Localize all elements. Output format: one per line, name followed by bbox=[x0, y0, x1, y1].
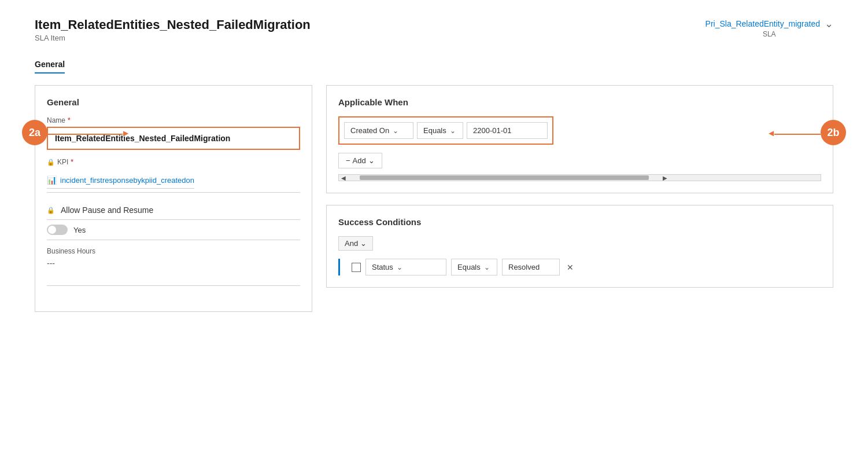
name-field-box[interactable]: Item_RelatedEntities_Nested_FailedMigrat… bbox=[47, 127, 300, 150]
left-panel: General Name* Item_RelatedEntities_Neste… bbox=[35, 85, 312, 324]
lock-icon-kpi: 🔒 bbox=[47, 159, 55, 166]
kpi-label-text: KPI bbox=[57, 158, 68, 166]
allow-pause-toggle[interactable] bbox=[47, 225, 68, 235]
condition-operator-select[interactable]: Equals ⌄ bbox=[451, 259, 497, 275]
add-button[interactable]: − Add ⌄ bbox=[338, 153, 382, 168]
kpi-link[interactable]: 📊 incident_firstresponsebykpiid_createdo… bbox=[47, 172, 194, 189]
main-content: 2a General Name* Item_RelatedEntities_Ne… bbox=[35, 85, 833, 324]
filter-operator-value: Equals bbox=[423, 126, 446, 135]
condition-operator-chevron: ⌄ bbox=[484, 263, 490, 271]
scroll-right-arrow[interactable]: ▶ bbox=[660, 175, 670, 181]
header-section: Item_RelatedEntities_Nested_FailedMigrat… bbox=[35, 17, 833, 42]
kpi-required: * bbox=[71, 158, 73, 166]
kpi-value: incident_firstresponsebykpiid_createdon bbox=[60, 176, 194, 185]
applicable-when-card: Applicable When Created On ⌄ Equals ⌄ 22… bbox=[326, 85, 833, 193]
filter-row: Created On ⌄ Equals ⌄ 2200-01-01 bbox=[338, 116, 553, 145]
sla-top-row: Pri_Sla_RelatedEntity_migrated ⌄ bbox=[706, 17, 833, 30]
sla-header-right: Pri_Sla_RelatedEntity_migrated ⌄ SLA bbox=[706, 17, 833, 38]
tabs-section: General bbox=[35, 56, 833, 74]
condition-checkbox[interactable] bbox=[352, 263, 361, 272]
tab-general[interactable]: General bbox=[35, 56, 65, 74]
toggle-switch-row: Yes bbox=[47, 220, 300, 240]
name-label: Name* bbox=[47, 116, 300, 124]
success-conditions-card: Success Conditions And ⌄ Status ⌄ Equals… bbox=[326, 205, 833, 288]
scroll-left-arrow[interactable]: ◀ bbox=[339, 175, 348, 181]
kpi-icon: 📊 bbox=[47, 175, 57, 185]
toggle-knob bbox=[48, 226, 56, 234]
kpi-field-group: 🔒 KPI* 📊 incident_firstresponsebykpiid_c… bbox=[47, 158, 300, 193]
condition-row: Status ⌄ Equals ⌄ Resolved ✕ bbox=[338, 259, 821, 275]
page-subtitle: SLA Item bbox=[35, 34, 311, 42]
annotation-arrow-left bbox=[47, 134, 123, 135]
horizontal-scrollbar[interactable]: ◀ ▶ bbox=[338, 174, 821, 181]
page-title: Item_RelatedEntities_Nested_FailedMigrat… bbox=[35, 17, 311, 32]
add-chevron-icon: ⌄ bbox=[368, 156, 375, 165]
condition-operator-value: Equals bbox=[457, 263, 481, 271]
kpi-field-row: 📊 incident_firstresponsebykpiid_createdo… bbox=[47, 168, 300, 193]
success-conditions-title: Success Conditions bbox=[338, 217, 821, 227]
name-label-text: Name bbox=[47, 116, 65, 124]
condition-field-value: Status bbox=[372, 263, 393, 271]
kpi-label: 🔒 KPI* bbox=[47, 158, 300, 166]
filter-field-chevron: ⌄ bbox=[393, 127, 398, 135]
condition-remove-button[interactable]: ✕ bbox=[564, 260, 576, 274]
filter-operator-chevron: ⌄ bbox=[450, 127, 456, 135]
applicable-when-title: Applicable When bbox=[338, 97, 821, 107]
condition-field-select[interactable]: Status ⌄ bbox=[365, 259, 446, 275]
toggle-yes-label: Yes bbox=[73, 226, 86, 234]
and-button[interactable]: And ⌄ bbox=[338, 236, 373, 251]
sla-label: SLA bbox=[763, 30, 776, 38]
filter-value-input[interactable]: 2200-01-01 bbox=[467, 122, 548, 139]
general-card-title: General bbox=[47, 97, 300, 107]
allow-pause-label: Allow Pause and Resume bbox=[61, 205, 153, 215]
and-chevron-icon: ⌄ bbox=[360, 239, 367, 248]
filter-operator-select[interactable]: Equals ⌄ bbox=[417, 122, 463, 139]
condition-value-input[interactable]: Resolved bbox=[502, 259, 560, 275]
and-button-label: And bbox=[345, 239, 358, 248]
filter-value-text: 2200-01-01 bbox=[473, 126, 512, 135]
name-field-group: Name* Item_RelatedEntities_Nested_Failed… bbox=[47, 116, 300, 150]
header-left: Item_RelatedEntities_Nested_FailedMigrat… bbox=[35, 17, 311, 42]
business-hours-value: --- bbox=[47, 259, 300, 286]
sla-link[interactable]: Pri_Sla_RelatedEntity_migrated bbox=[706, 19, 820, 28]
annotation-arrow-right bbox=[774, 134, 821, 135]
general-card: General Name* Item_RelatedEntities_Neste… bbox=[35, 85, 312, 312]
filter-field-select[interactable]: Created On ⌄ bbox=[344, 122, 413, 139]
add-button-label: Add bbox=[353, 156, 366, 165]
lock-icon-toggle: 🔒 bbox=[47, 207, 55, 214]
right-panel: Applicable When Created On ⌄ Equals ⌄ 22… bbox=[326, 85, 833, 324]
name-value: Item_RelatedEntities_Nested_FailedMigrat… bbox=[55, 134, 230, 143]
filter-field-value: Created On bbox=[350, 126, 389, 135]
condition-field-chevron: ⌄ bbox=[397, 263, 402, 271]
annotation-2a: 2a bbox=[22, 120, 47, 145]
condition-value-text: Resolved bbox=[508, 263, 540, 271]
minus-icon: − bbox=[346, 156, 350, 165]
scrollbar-track bbox=[360, 175, 649, 180]
business-hours-label: Business Hours bbox=[47, 247, 300, 255]
chevron-down-icon[interactable]: ⌄ bbox=[825, 17, 833, 30]
toggle-row: 🔒 Allow Pause and Resume bbox=[47, 201, 300, 220]
annotation-2b: 2b bbox=[821, 120, 846, 145]
business-hours-field: Business Hours --- bbox=[47, 247, 300, 286]
name-required: * bbox=[68, 116, 71, 124]
